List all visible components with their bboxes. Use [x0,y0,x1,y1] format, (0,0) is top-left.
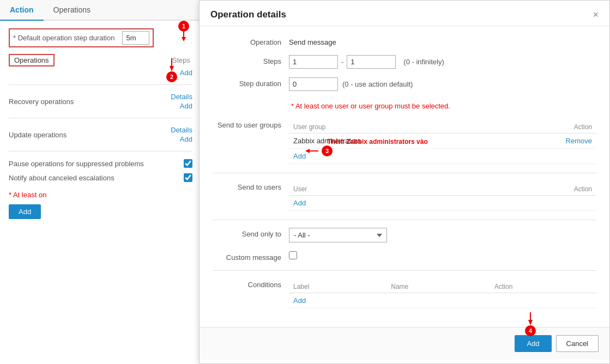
pause-ops-checkbox[interactable] [184,159,192,168]
add-user-row: Add [289,196,596,211]
modal-title: Operation details [210,9,286,20]
operations-add-link[interactable]: Add [180,69,192,77]
modal-add-button[interactable]: Add [515,335,551,352]
left-add-button[interactable]: Add [9,204,41,219]
conditions-add-link[interactable]: Add [293,296,306,305]
send-to-groups-row: Send to user groups User group Action Za… [213,119,596,164]
annotation-2: 2 [166,71,177,82]
send-to-users-row: Send to users User Action Add [213,181,596,211]
notify-canceled-label: Notify about canceled escalations [9,174,114,182]
conditions-row: Conditions Label Name Action Add [213,278,596,308]
annotation-1: 1 [178,21,189,32]
conditions-table: Label Name Action Add [289,281,596,308]
modal-footer: 4 Add Cancel [200,327,609,360]
tabs: Action Operations [0,0,201,21]
send-to-groups-label: Send to user groups [213,119,289,129]
operations-label: Operations [14,56,49,64]
modal-header: Operation details × [200,1,609,26]
user-action-col-header: Action [531,183,596,196]
arrow-2 [167,58,177,71]
custom-message-checkbox[interactable] [289,251,297,259]
user-col-header: User [289,183,531,196]
warning-text: * At least one user or user group must b… [291,102,450,110]
operation-value: Send message [289,36,336,46]
users-table-container: User Action Add [289,181,596,211]
svg-marker-1 [182,37,186,41]
svg-marker-3 [170,66,174,71]
cond-name-header: Name [386,281,490,293]
send-only-to-select[interactable]: - All - Zabbix administrators Guests [289,228,387,242]
groups-table: User group Action Zabbix administrators … [289,121,596,164]
recovery-add-link[interactable]: Add [180,102,192,110]
step-dash: - [341,58,343,66]
conditions-label: Conditions [213,278,289,289]
add-user-link[interactable]: Add [293,199,306,207]
default-step-input[interactable] [122,31,149,45]
step-duration-row: Step duration (0 - use action default) [213,77,596,91]
arrow-1 [180,32,188,41]
custom-message-label: Custom message [213,251,289,262]
default-step-row: * Default operation step duration 1 [9,28,192,47]
cond-action-header: Action [490,281,596,293]
left-content: * Default operation step duration 1 Oper… [0,21,201,227]
step-duration-label: Step duration [213,77,289,88]
cond-label-header: Label [289,281,386,293]
conditions-table-container: Label Name Action Add [289,278,596,308]
recovery-detail-link[interactable]: Details [171,93,192,101]
at-least-row: * At least on [9,191,192,199]
operation-row: Operation Send message [213,36,596,46]
left-panel: Action Operations * Default operation st… [0,0,202,364]
step-duration-inputs: (0 - use action default) [289,77,413,91]
update-add-link[interactable]: Add [180,135,192,143]
add-group-cell: Add 3 Thêm Zabbix [289,149,596,164]
steps-from-input[interactable] [289,55,338,69]
update-ops-label: Update operations [9,131,67,139]
annotation-3-text: Thêm Zabbix administrators vào [327,138,428,145]
pause-ops-row: Pause operations for suppressed problems [9,159,192,168]
send-to-users-label: Send to users [213,181,289,191]
left-add-btn-row: Add [9,204,192,219]
steps-row: Steps - (0 - infinitely) [213,55,596,69]
add-group-link[interactable]: Add [293,152,306,160]
modal-body: Operation Send message Steps - (0 - infi… [200,26,609,327]
add-user-cell: Add [289,196,596,211]
update-detail-link[interactable]: Details [171,126,192,134]
action-col-header: Action [531,121,596,134]
add-group-row: Add 3 Thêm Zabbix [289,149,596,164]
recovery-ops-row: Recovery operations Details Add [9,93,192,110]
remove-group-link[interactable]: Remove [566,137,592,145]
remove-cell: Remove [531,134,596,149]
svg-marker-5 [305,149,310,153]
custom-message-row: Custom message [213,251,596,262]
default-step-label: * Default operation step duration [13,34,114,42]
steps-to-input[interactable] [347,55,396,69]
modal-close-button[interactable]: × [593,10,599,20]
at-least-text: * At least on [9,191,46,199]
modal-overlay: Operation details × Operation Send messa… [199,0,610,364]
user-group-col-header: User group [289,121,531,134]
step-duration-input[interactable] [289,77,338,91]
annotation-4: 4 [525,325,536,336]
operation-label: Operation [213,36,289,46]
notify-canceled-row: Notify about canceled escalations [9,173,192,182]
steps-label: Steps [213,55,289,65]
modal-cancel-button[interactable]: Cancel [556,335,599,352]
steps-inputs: - (0 - infinitely) [289,55,444,69]
groups-table-container: User group Action Zabbix administrators … [289,119,596,164]
tab-action[interactable]: Action [0,0,44,21]
operations-section: Operations Steps Add 2 [9,54,192,77]
tab-operations[interactable]: Operations [44,0,100,21]
warning-row: * At least one user or user group must b… [213,100,596,110]
notify-canceled-checkbox[interactable] [184,173,192,182]
step-duration-hint: (0 - use action default) [342,80,413,88]
steps-hint: (0 - infinitely) [403,58,444,66]
recovery-ops-label: Recovery operations [9,98,74,106]
conditions-add-row: Add [289,293,596,308]
send-only-to-label: Send only to [213,228,289,238]
users-table: User Action Add [289,183,596,211]
pause-ops-label: Pause operations for suppressed problems [9,160,144,168]
warning-spacer [213,100,289,102]
update-ops-row: Update operations Details Add [9,126,192,143]
conditions-add-cell: Add [289,293,596,308]
send-only-to-row: Send only to - All - Zabbix administrato… [213,228,596,242]
